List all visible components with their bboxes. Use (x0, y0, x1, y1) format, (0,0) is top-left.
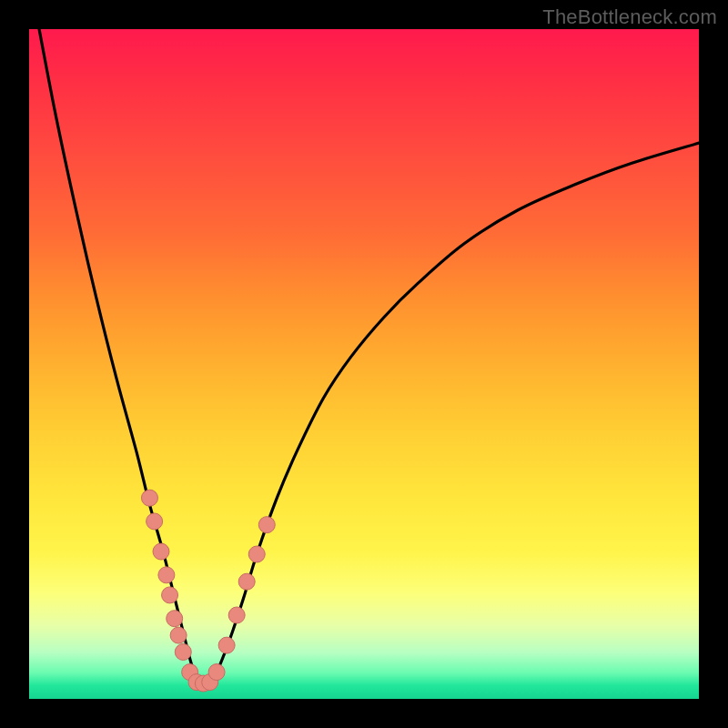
data-dots (29, 29, 699, 699)
data-dot (167, 611, 183, 627)
watermark-text: TheBottleneck.com (542, 5, 717, 29)
data-dot (248, 546, 265, 562)
data-dot (175, 643, 191, 660)
data-dot (170, 627, 187, 643)
plot-area (29, 29, 699, 699)
data-dot (218, 637, 235, 653)
data-dot (158, 567, 175, 583)
data-dot (238, 573, 255, 590)
data-dot (258, 517, 275, 533)
data-dot (162, 587, 178, 603)
data-dot (141, 490, 157, 506)
data-dot (147, 513, 163, 530)
data-dot (153, 543, 169, 560)
data-dot (228, 607, 245, 623)
chart-frame: TheBottleneck.com (0, 0, 728, 728)
data-dot (208, 664, 225, 681)
